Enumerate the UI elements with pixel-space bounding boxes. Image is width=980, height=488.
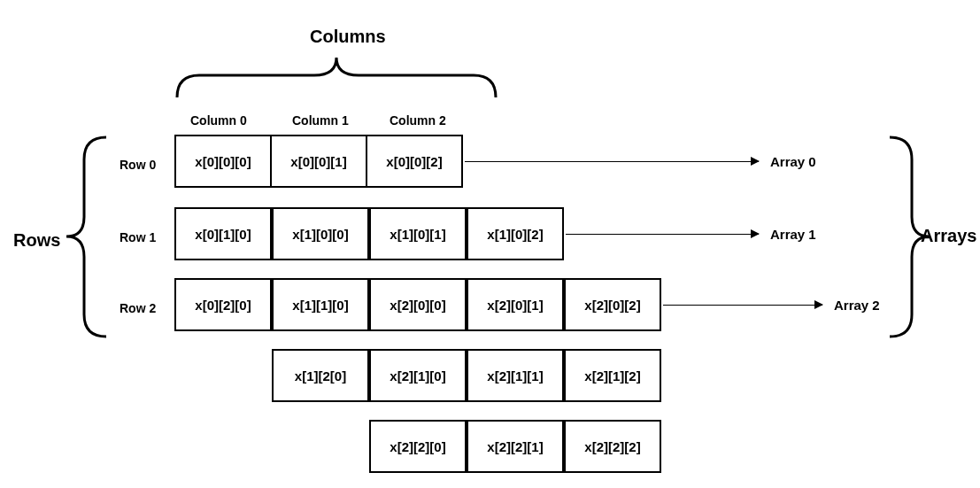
arrow-array0 [465, 161, 759, 162]
columns-heading: Columns [310, 27, 386, 47]
cell-211: x[2][1][1] [467, 349, 564, 402]
rows-heading: Rows [13, 230, 60, 251]
row0-header: Row 0 [120, 158, 156, 172]
cell-001: x[0][0][1] [270, 135, 367, 188]
row2-header: Row 2 [120, 301, 156, 315]
col0-header: Column 0 [190, 113, 247, 128]
arrow-array2 [663, 305, 822, 306]
cell-020: x[0][2][0] [174, 278, 272, 331]
arr0-label: Array 0 [770, 154, 816, 169]
cell-210: x[2][1][0] [369, 349, 467, 402]
cell-010: x[0][1][0] [174, 207, 272, 260]
columns-brace [173, 53, 500, 102]
col1-header: Column 1 [292, 113, 349, 128]
row1-header: Row 1 [120, 230, 156, 244]
cell-202: x[2][0][2] [564, 278, 661, 331]
arr1-label: Array 1 [770, 227, 816, 242]
cell-220: x[2][2][0] [369, 420, 467, 473]
cell-110: x[1][1][0] [272, 278, 369, 331]
cell-120: x[1][2[0] [272, 349, 369, 402]
arr2-label: Array 2 [834, 298, 880, 313]
col2-header: Column 2 [390, 113, 446, 128]
cell-101: x[1][0][1] [369, 207, 467, 260]
cell-102: x[1][0][2] [467, 207, 564, 260]
cell-000: x[0][0][0] [174, 135, 272, 188]
cell-222: x[2][2][2] [564, 420, 661, 473]
cell-201: x[2][0][1] [467, 278, 564, 331]
cell-002: x[0][0][2] [366, 135, 463, 188]
cell-221: x[2][2][1] [467, 420, 564, 473]
cell-100: x[1][0][0] [272, 207, 369, 260]
cell-200: x[2][0][0] [369, 278, 467, 331]
rows-brace [62, 133, 111, 341]
cell-212: x[2][1][2] [564, 349, 661, 402]
arrays-heading: Arrays [921, 226, 976, 246]
arrow-array1 [566, 234, 759, 235]
